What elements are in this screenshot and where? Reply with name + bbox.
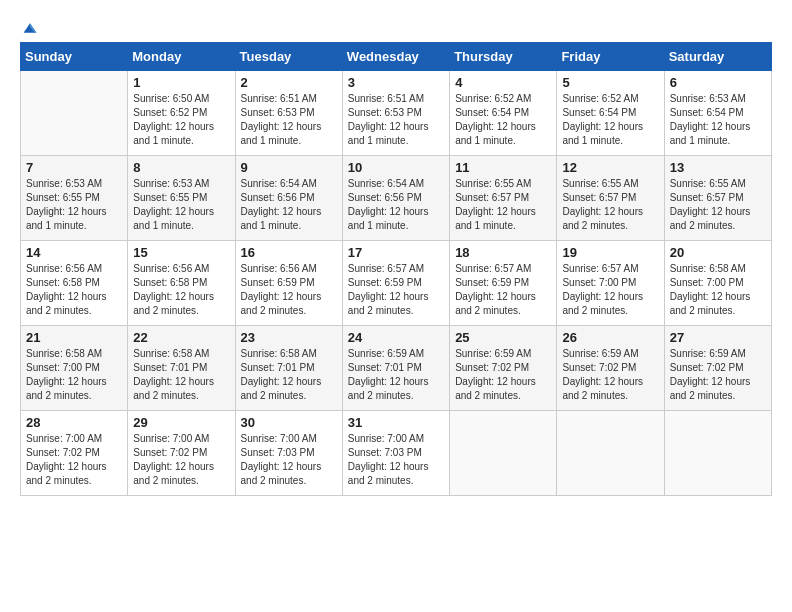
day-info: Sunrise: 6:58 AMSunset: 7:01 PMDaylight:… [133, 347, 229, 403]
day-number: 20 [670, 245, 766, 260]
day-info: Sunrise: 6:54 AMSunset: 6:56 PMDaylight:… [348, 177, 444, 233]
day-number: 19 [562, 245, 658, 260]
day-number: 6 [670, 75, 766, 90]
logo-icon [22, 20, 38, 36]
day-info: Sunrise: 6:57 AMSunset: 6:59 PMDaylight:… [348, 262, 444, 318]
calendar-cell: 12Sunrise: 6:55 AMSunset: 6:57 PMDayligh… [557, 156, 664, 241]
calendar-cell [557, 411, 664, 496]
calendar-cell: 11Sunrise: 6:55 AMSunset: 6:57 PMDayligh… [450, 156, 557, 241]
day-number: 14 [26, 245, 122, 260]
day-number: 15 [133, 245, 229, 260]
calendar-cell: 13Sunrise: 6:55 AMSunset: 6:57 PMDayligh… [664, 156, 771, 241]
day-number: 30 [241, 415, 337, 430]
day-info: Sunrise: 6:56 AMSunset: 6:59 PMDaylight:… [241, 262, 337, 318]
day-info: Sunrise: 6:53 AMSunset: 6:55 PMDaylight:… [26, 177, 122, 233]
day-info: Sunrise: 6:53 AMSunset: 6:54 PMDaylight:… [670, 92, 766, 148]
calendar-cell: 24Sunrise: 6:59 AMSunset: 7:01 PMDayligh… [342, 326, 449, 411]
day-number: 8 [133, 160, 229, 175]
calendar-cell: 8Sunrise: 6:53 AMSunset: 6:55 PMDaylight… [128, 156, 235, 241]
calendar-body: 1Sunrise: 6:50 AMSunset: 6:52 PMDaylight… [21, 71, 772, 496]
calendar-cell: 19Sunrise: 6:57 AMSunset: 7:00 PMDayligh… [557, 241, 664, 326]
day-info: Sunrise: 6:56 AMSunset: 6:58 PMDaylight:… [26, 262, 122, 318]
calendar-cell: 2Sunrise: 6:51 AMSunset: 6:53 PMDaylight… [235, 71, 342, 156]
calendar-cell: 28Sunrise: 7:00 AMSunset: 7:02 PMDayligh… [21, 411, 128, 496]
calendar-cell: 7Sunrise: 6:53 AMSunset: 6:55 PMDaylight… [21, 156, 128, 241]
day-number: 16 [241, 245, 337, 260]
calendar-cell [21, 71, 128, 156]
calendar-week-row: 28Sunrise: 7:00 AMSunset: 7:02 PMDayligh… [21, 411, 772, 496]
header-saturday: Saturday [664, 43, 771, 71]
calendar-cell: 25Sunrise: 6:59 AMSunset: 7:02 PMDayligh… [450, 326, 557, 411]
calendar-cell: 30Sunrise: 7:00 AMSunset: 7:03 PMDayligh… [235, 411, 342, 496]
day-info: Sunrise: 6:55 AMSunset: 6:57 PMDaylight:… [455, 177, 551, 233]
day-number: 31 [348, 415, 444, 430]
calendar-cell: 16Sunrise: 6:56 AMSunset: 6:59 PMDayligh… [235, 241, 342, 326]
calendar-cell: 20Sunrise: 6:58 AMSunset: 7:00 PMDayligh… [664, 241, 771, 326]
logo [20, 20, 38, 32]
header [20, 20, 772, 32]
calendar-cell: 15Sunrise: 6:56 AMSunset: 6:58 PMDayligh… [128, 241, 235, 326]
calendar-table: Sunday Monday Tuesday Wednesday Thursday… [20, 42, 772, 496]
day-info: Sunrise: 6:56 AMSunset: 6:58 PMDaylight:… [133, 262, 229, 318]
day-info: Sunrise: 6:59 AMSunset: 7:02 PMDaylight:… [670, 347, 766, 403]
calendar-cell: 18Sunrise: 6:57 AMSunset: 6:59 PMDayligh… [450, 241, 557, 326]
day-info: Sunrise: 6:58 AMSunset: 7:00 PMDaylight:… [670, 262, 766, 318]
calendar-week-row: 21Sunrise: 6:58 AMSunset: 7:00 PMDayligh… [21, 326, 772, 411]
day-number: 28 [26, 415, 122, 430]
day-number: 2 [241, 75, 337, 90]
day-number: 4 [455, 75, 551, 90]
day-info: Sunrise: 6:59 AMSunset: 7:01 PMDaylight:… [348, 347, 444, 403]
calendar-cell: 26Sunrise: 6:59 AMSunset: 7:02 PMDayligh… [557, 326, 664, 411]
calendar-cell: 5Sunrise: 6:52 AMSunset: 6:54 PMDaylight… [557, 71, 664, 156]
calendar-cell: 10Sunrise: 6:54 AMSunset: 6:56 PMDayligh… [342, 156, 449, 241]
header-wednesday: Wednesday [342, 43, 449, 71]
header-thursday: Thursday [450, 43, 557, 71]
day-number: 12 [562, 160, 658, 175]
day-info: Sunrise: 6:51 AMSunset: 6:53 PMDaylight:… [348, 92, 444, 148]
calendar-cell: 31Sunrise: 7:00 AMSunset: 7:03 PMDayligh… [342, 411, 449, 496]
calendar-week-row: 1Sunrise: 6:50 AMSunset: 6:52 PMDaylight… [21, 71, 772, 156]
calendar-cell: 22Sunrise: 6:58 AMSunset: 7:01 PMDayligh… [128, 326, 235, 411]
calendar-cell: 29Sunrise: 7:00 AMSunset: 7:02 PMDayligh… [128, 411, 235, 496]
day-info: Sunrise: 7:00 AMSunset: 7:03 PMDaylight:… [241, 432, 337, 488]
day-info: Sunrise: 7:00 AMSunset: 7:02 PMDaylight:… [26, 432, 122, 488]
day-info: Sunrise: 6:54 AMSunset: 6:56 PMDaylight:… [241, 177, 337, 233]
day-info: Sunrise: 6:59 AMSunset: 7:02 PMDaylight:… [455, 347, 551, 403]
calendar-cell: 9Sunrise: 6:54 AMSunset: 6:56 PMDaylight… [235, 156, 342, 241]
day-number: 11 [455, 160, 551, 175]
day-number: 22 [133, 330, 229, 345]
day-number: 17 [348, 245, 444, 260]
day-info: Sunrise: 6:55 AMSunset: 6:57 PMDaylight:… [670, 177, 766, 233]
day-info: Sunrise: 6:58 AMSunset: 7:00 PMDaylight:… [26, 347, 122, 403]
day-info: Sunrise: 6:57 AMSunset: 7:00 PMDaylight:… [562, 262, 658, 318]
day-number: 24 [348, 330, 444, 345]
day-number: 7 [26, 160, 122, 175]
header-sunday: Sunday [21, 43, 128, 71]
day-info: Sunrise: 6:52 AMSunset: 6:54 PMDaylight:… [562, 92, 658, 148]
day-info: Sunrise: 6:59 AMSunset: 7:02 PMDaylight:… [562, 347, 658, 403]
calendar-cell: 6Sunrise: 6:53 AMSunset: 6:54 PMDaylight… [664, 71, 771, 156]
day-number: 21 [26, 330, 122, 345]
day-info: Sunrise: 6:55 AMSunset: 6:57 PMDaylight:… [562, 177, 658, 233]
day-number: 23 [241, 330, 337, 345]
day-info: Sunrise: 6:51 AMSunset: 6:53 PMDaylight:… [241, 92, 337, 148]
calendar-cell: 3Sunrise: 6:51 AMSunset: 6:53 PMDaylight… [342, 71, 449, 156]
day-number: 13 [670, 160, 766, 175]
day-number: 9 [241, 160, 337, 175]
calendar-cell: 23Sunrise: 6:58 AMSunset: 7:01 PMDayligh… [235, 326, 342, 411]
header-friday: Friday [557, 43, 664, 71]
header-tuesday: Tuesday [235, 43, 342, 71]
calendar-cell: 21Sunrise: 6:58 AMSunset: 7:00 PMDayligh… [21, 326, 128, 411]
calendar-header-row: Sunday Monday Tuesday Wednesday Thursday… [21, 43, 772, 71]
day-number: 1 [133, 75, 229, 90]
calendar-cell: 1Sunrise: 6:50 AMSunset: 6:52 PMDaylight… [128, 71, 235, 156]
day-number: 3 [348, 75, 444, 90]
calendar-cell: 4Sunrise: 6:52 AMSunset: 6:54 PMDaylight… [450, 71, 557, 156]
calendar-week-row: 14Sunrise: 6:56 AMSunset: 6:58 PMDayligh… [21, 241, 772, 326]
day-info: Sunrise: 6:50 AMSunset: 6:52 PMDaylight:… [133, 92, 229, 148]
day-number: 27 [670, 330, 766, 345]
calendar-cell [664, 411, 771, 496]
day-info: Sunrise: 6:53 AMSunset: 6:55 PMDaylight:… [133, 177, 229, 233]
day-number: 26 [562, 330, 658, 345]
day-number: 5 [562, 75, 658, 90]
